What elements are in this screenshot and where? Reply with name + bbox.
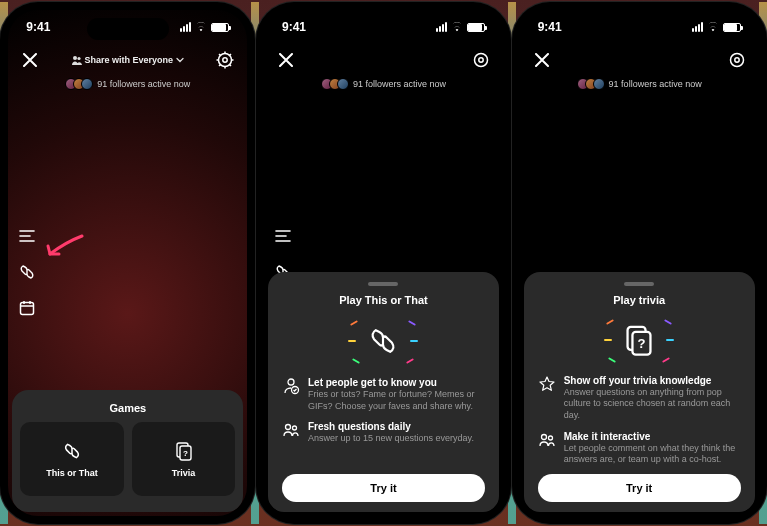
wifi-icon	[450, 22, 464, 32]
game-card-trivia[interactable]: ? Trivia	[132, 422, 236, 496]
svg-rect-15	[21, 303, 34, 315]
calendar-tool-button[interactable]	[16, 297, 38, 319]
svg-point-32	[734, 58, 738, 62]
svg-point-30	[292, 426, 296, 430]
games-sheet-title: Games	[12, 390, 243, 422]
close-icon[interactable]	[530, 48, 554, 72]
try-it-button[interactable]: Try it	[538, 474, 741, 502]
feature-title: Let people get to know you	[308, 376, 485, 389]
close-icon[interactable]	[274, 48, 298, 72]
signal-icon	[180, 22, 191, 32]
status-time: 9:41	[26, 20, 50, 34]
share-audience-label: Share with Everyone	[85, 55, 174, 65]
phone-frame-2: 9:41 91 followers active now	[256, 2, 511, 524]
dynamic-island	[342, 18, 424, 40]
battery-icon	[723, 23, 741, 32]
feature-desc: Fries or tots? Fame or fortune? Memes or…	[308, 389, 475, 411]
svg-text:?: ?	[183, 449, 188, 458]
chevron-down-icon	[176, 56, 184, 64]
avatar-stack	[321, 78, 349, 90]
feature-row: Show off your trivia knowledge Answer qu…	[538, 374, 741, 422]
svg-point-36	[541, 434, 546, 439]
feature-row: Make it interactive Let people comment o…	[538, 430, 741, 466]
feature-desc: Let people comment on what they think th…	[564, 443, 736, 465]
people-icon	[538, 431, 556, 449]
people-icon	[72, 55, 82, 65]
feature-desc: Answer up to 15 new questions everyday.	[308, 433, 474, 443]
this-or-that-detail-sheet: Play This or That Let people get to k	[268, 272, 499, 512]
status-time: 9:41	[538, 20, 562, 34]
phone-frame-3: 9:41 91 followers active now Play trivia	[512, 2, 767, 524]
game-card-this-or-that[interactable]: This or That	[20, 422, 124, 496]
hero-illustration: ?	[538, 314, 741, 366]
battery-icon	[467, 23, 485, 32]
try-it-button[interactable]: Try it	[282, 474, 485, 502]
svg-point-3	[223, 58, 227, 62]
gear-icon	[728, 51, 746, 69]
trivia-icon: ?	[173, 440, 195, 462]
svg-point-22	[474, 54, 487, 67]
active-followers-row[interactable]: 91 followers active now	[520, 78, 759, 90]
feature-row: Fresh questions daily Answer up to 15 ne…	[282, 420, 485, 445]
svg-line-10	[219, 64, 221, 66]
svg-line-8	[219, 54, 221, 56]
text-tool-button[interactable]	[16, 225, 38, 247]
feature-desc: Answer questions on anything from pop cu…	[564, 387, 731, 420]
svg-point-31	[730, 54, 743, 67]
svg-point-0	[73, 56, 77, 60]
dynamic-island	[598, 18, 680, 40]
feature-row: Let people get to know you Fries or tots…	[282, 376, 485, 412]
share-audience-selector[interactable]: Share with Everyone	[72, 55, 185, 65]
games-tool-button[interactable]	[16, 261, 38, 283]
gear-icon	[216, 51, 234, 69]
svg-point-1	[77, 57, 80, 60]
signal-icon	[692, 22, 703, 32]
avatar-stack	[65, 78, 93, 90]
feature-title: Show off your trivia knowledge	[564, 374, 741, 387]
person-check-icon	[282, 377, 300, 395]
active-followers-label: 91 followers active now	[609, 79, 702, 89]
avatar-stack	[577, 78, 605, 90]
text-tool-button[interactable]	[272, 225, 294, 247]
hero-illustration	[282, 314, 485, 368]
wifi-icon	[194, 22, 208, 32]
active-followers-label: 91 followers active now	[97, 79, 190, 89]
star-icon	[538, 375, 556, 393]
active-followers-row[interactable]: 91 followers active now	[8, 78, 247, 90]
detail-sheet-title: Play trivia	[538, 294, 741, 306]
sheet-grabber[interactable]	[624, 282, 654, 286]
game-card-label: This or That	[46, 468, 98, 478]
battery-icon	[211, 23, 229, 32]
people-icon	[282, 421, 300, 439]
signal-icon	[436, 22, 447, 32]
active-followers-label: 91 followers active now	[353, 79, 446, 89]
phone-frame-1: 9:41 Share with Everyone 91 followers	[0, 2, 255, 524]
trivia-detail-sheet: Play trivia ? Show off your trivia kno	[524, 272, 755, 512]
settings-button[interactable]	[725, 48, 749, 72]
annotation-arrow	[44, 232, 84, 266]
settings-button[interactable]	[469, 48, 493, 72]
status-time: 9:41	[282, 20, 306, 34]
svg-point-27	[288, 379, 294, 385]
svg-point-29	[285, 425, 290, 430]
detail-sheet-title: Play This or That	[282, 294, 485, 306]
feature-title: Fresh questions daily	[308, 420, 474, 433]
wifi-icon	[706, 22, 720, 32]
dynamic-island	[87, 18, 169, 40]
svg-point-37	[548, 436, 552, 440]
gear-icon	[472, 51, 490, 69]
this-or-that-icon	[61, 440, 83, 462]
game-card-label: Trivia	[172, 468, 196, 478]
sheet-grabber[interactable]	[368, 282, 398, 286]
svg-line-11	[230, 54, 232, 56]
games-bottom-sheet: Games This or That ? Trivia	[12, 390, 243, 512]
svg-point-23	[479, 58, 483, 62]
feature-title: Make it interactive	[564, 430, 741, 443]
close-icon[interactable]	[18, 48, 42, 72]
svg-line-9	[230, 64, 232, 66]
active-followers-row[interactable]: 91 followers active now	[264, 78, 503, 90]
settings-button[interactable]	[213, 48, 237, 72]
